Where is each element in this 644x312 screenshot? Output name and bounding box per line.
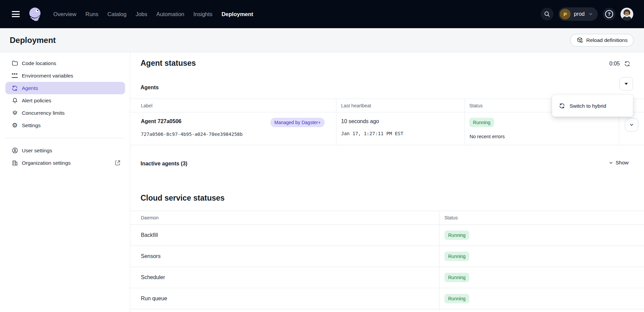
chevron-down-icon	[608, 160, 613, 165]
cloud-table-header: Daemon Status	[130, 211, 644, 225]
daemon-name: Sensors	[141, 253, 161, 259]
sidebar-item-user-settings[interactable]: User settings	[5, 144, 125, 157]
sidebar-item-label: Alert policies	[22, 98, 51, 103]
agent-row-menu-button[interactable]	[625, 118, 638, 132]
menu-item-switch-to-hybrid[interactable]: Switch to hybrid	[570, 103, 606, 109]
daemon-status-badge: Running	[444, 230, 469, 240]
column-header-status: Status	[469, 99, 483, 112]
agents-page-content: Agent statuses 0:05 Agents Label Last he…	[130, 52, 644, 312]
page-header: Deployment Reload definitions	[0, 28, 644, 52]
nav-link-catalog[interactable]: Catalog	[107, 0, 126, 28]
agent-sync-icon	[559, 103, 565, 109]
layers-icon	[11, 109, 18, 117]
deployment-name: prod	[574, 11, 585, 17]
column-header-heartbeat: Last heartbeat	[341, 99, 371, 112]
user-avatar[interactable]	[621, 8, 633, 20]
refresh-countdown: 0:05	[609, 60, 631, 67]
external-link-icon	[114, 159, 121, 166]
agent-id: 727a0506-8c97-4b95-a024-70ee3984258b	[141, 132, 243, 137]
sidebar-item-label: Organization settings	[22, 160, 71, 166]
sidebar-item-label: User settings	[22, 148, 52, 153]
nav-link-automation[interactable]: Automation	[156, 0, 184, 28]
dagster-octopus-logo[interactable]	[27, 5, 43, 23]
nav-link-insights[interactable]: Insights	[194, 0, 213, 28]
agents-section-menu-button[interactable]	[620, 77, 633, 91]
sidebar-item-label: Settings	[22, 122, 41, 128]
page-title: Deployment	[10, 36, 56, 45]
gear-icon: ⚙	[11, 122, 18, 129]
cloud-services-table: Daemon Status Backfill Running Sensors R…	[130, 211, 644, 312]
sidebar-item-settings[interactable]: ⚙ Settings	[5, 119, 125, 132]
reload-definitions-label: Reload definitions	[586, 37, 628, 43]
sidebar-item-environment-variables[interactable]: *** Environment variables	[5, 69, 125, 82]
show-inactive-agents-button[interactable]: Show	[608, 160, 629, 166]
daemon-row-sensors: Sensors Running	[130, 246, 644, 267]
sidebar-item-agents[interactable]: Agents	[5, 82, 125, 94]
daemon-name: Backfill	[141, 232, 158, 238]
daemon-row-backfill: Backfill Running	[130, 225, 644, 246]
folder-icon	[11, 60, 18, 67]
show-label: Show	[615, 160, 629, 166]
column-header-status: Status	[444, 211, 458, 225]
agent-status-badge: Running	[469, 118, 494, 127]
deployment-initial-badge: P	[560, 9, 571, 19]
chevron-down-icon	[588, 11, 593, 17]
daemon-name: Scheduler	[141, 274, 165, 280]
building-icon	[11, 159, 18, 167]
daemon-row-scheduler: Scheduler Running	[130, 267, 644, 288]
reload-definitions-button[interactable]: Reload definitions	[570, 34, 634, 47]
sidebar-item-organization-settings[interactable]: Organization settings	[5, 157, 125, 169]
agent-name-link[interactable]: Agent 727a0506	[141, 118, 181, 124]
caret-down-icon	[625, 83, 628, 85]
sidebar-item-label: Environment variables	[22, 73, 73, 79]
sidebar-item-label: Concurrency limits	[22, 110, 64, 116]
nav-link-deployment[interactable]: Deployment	[221, 0, 253, 28]
agent-row: Agent 727a0506 Managed by Dagster+ 727a0…	[130, 112, 644, 145]
sidebar-divider	[5, 138, 124, 138]
reload-cube-icon	[576, 37, 583, 44]
daemon-status-badge: Running	[444, 294, 469, 303]
sidebar-item-label: Agents	[22, 85, 38, 91]
daemon-status-badge: Running	[444, 252, 469, 261]
sidebar-item-alert-policies[interactable]: Alert policies	[5, 94, 125, 107]
daemon-row-run-queue: Run queue Running	[130, 288, 644, 309]
deployment-sidebar: Code locations *** Environment variables…	[0, 52, 130, 312]
nav-link-jobs[interactable]: Jobs	[136, 0, 147, 28]
cloud-service-statuses-title: Cloud service statuses	[141, 194, 225, 203]
help-icon[interactable]: ?	[603, 8, 615, 20]
daemon-name: Run queue	[141, 296, 167, 302]
sidebar-item-label: Code locations	[22, 60, 56, 66]
heartbeat-relative: 10 seconds ago	[341, 118, 379, 124]
asterisks-icon: ***	[11, 72, 18, 80]
primary-nav: Overview Runs Catalog Jobs Automation In…	[53, 0, 253, 28]
agents-section-heading: Agents	[141, 85, 159, 91]
column-header-label: Label	[141, 99, 152, 112]
inactive-agents-label: Inactive agents (3)	[141, 161, 187, 167]
column-header-daemon: Daemon	[141, 211, 159, 225]
managed-by-dagster-badge: Managed by Dagster+	[270, 118, 325, 127]
bell-icon	[11, 97, 18, 104]
refresh-icon[interactable]	[624, 60, 631, 67]
sidebar-item-code-locations[interactable]: Code locations	[5, 57, 125, 69]
agent-sync-icon	[11, 85, 18, 92]
hamburger-menu-icon[interactable]	[12, 11, 20, 17]
chevron-down-icon	[629, 122, 634, 127]
heartbeat-timestamp: Jan 17, 1:27:11 PM EST	[341, 131, 403, 136]
nav-right-controls: P prod ?	[541, 7, 633, 21]
top-navigation-bar: Overview Runs Catalog Jobs Automation In…	[0, 0, 644, 28]
deployment-switcher[interactable]: P prod	[558, 7, 598, 21]
help-glyph: ?	[605, 10, 613, 18]
agent-status-note: No recent errors	[470, 134, 505, 139]
nav-link-runs[interactable]: Runs	[86, 0, 99, 28]
daemon-status-badge: Running	[444, 273, 469, 282]
nav-link-overview[interactable]: Overview	[53, 0, 76, 28]
search-icon[interactable]	[541, 8, 553, 20]
refresh-countdown-value: 0:05	[609, 61, 620, 67]
agents-dropdown-menu: Switch to hybrid	[552, 95, 633, 117]
sidebar-item-concurrency-limits[interactable]: Concurrency limits	[5, 107, 125, 119]
agent-statuses-title: Agent statuses	[141, 59, 196, 68]
user-circle-icon	[11, 147, 18, 154]
